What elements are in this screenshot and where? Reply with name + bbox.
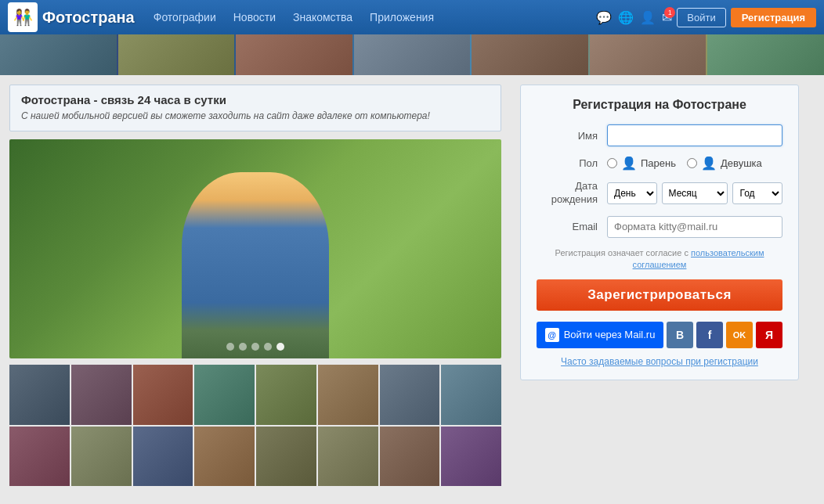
gender-male-icon: 👤 [621, 156, 637, 171]
name-row: Имя [537, 124, 782, 146]
photo-grid-row2 [9, 427, 501, 487]
grid-photo-13[interactable] [256, 427, 316, 487]
login-ok-button[interactable]: OK [726, 322, 753, 348]
vk-icon: В [676, 329, 684, 341]
dob-selects: День Месяц Год [607, 182, 782, 204]
slide-dot-3[interactable] [251, 343, 259, 351]
person-silhouette [9, 139, 501, 358]
grid-photo-7[interactable] [380, 365, 440, 425]
dob-day-select[interactable]: День [607, 182, 657, 204]
main-content: Фотострана - связь 24 часа в сутки С наш… [0, 75, 824, 495]
register-nav-button[interactable]: Регистрация [731, 8, 816, 27]
mail-icon[interactable]: ✉ 1 [662, 10, 672, 25]
faq-link[interactable]: Часто задаваемые вопросы при регистрации [561, 356, 758, 367]
mailru-icon: @ [545, 328, 559, 342]
gender-male-radio[interactable] [607, 158, 617, 168]
grid-photo-5[interactable] [256, 365, 316, 425]
email-input[interactable] [607, 216, 782, 238]
banner-photo-1 [0, 34, 117, 75]
dob-label: Дата рождения [537, 180, 607, 207]
dob-year-select[interactable]: Год [732, 182, 782, 204]
slide-dot-5[interactable] [276, 343, 284, 351]
grid-photo-14[interactable] [318, 427, 378, 487]
name-input[interactable] [607, 124, 782, 146]
slide-dot-1[interactable] [226, 343, 234, 351]
grid-photo-3[interactable] [133, 365, 193, 425]
slideshow-dots [226, 343, 284, 351]
gender-female-icon: 👤 [701, 156, 717, 171]
faq-section: Часто задаваемые вопросы при регистрации [537, 356, 782, 367]
banner-photo-5 [472, 34, 588, 75]
hero-banner [0, 34, 824, 75]
banner-photo-4 [354, 34, 471, 75]
dob-row: Дата рождения День Месяц Год [537, 180, 782, 207]
banner-photo-3 [236, 34, 352, 75]
ok-icon: OK [733, 330, 746, 340]
gender-female-label: Девушка [721, 157, 762, 169]
slide-dot-4[interactable] [264, 343, 272, 351]
logo-icon: 👫 [8, 2, 38, 32]
logo-text: Фотострана [42, 9, 135, 27]
grid-photo-1[interactable] [9, 365, 70, 425]
slideshow-image [9, 139, 501, 358]
login-ya-button[interactable]: Я [756, 322, 782, 348]
promo-title: Фотострана - связь 24 часа в сутки [21, 93, 490, 106]
logo-area: 👫 Фотострана [8, 2, 135, 32]
registration-box: Регистрация на Фотостране Имя Пол 👤 Паре… [520, 85, 799, 380]
grid-photo-4[interactable] [194, 365, 255, 425]
grid-photo-16[interactable] [441, 427, 501, 487]
login-mailru-button[interactable]: @ Войти через Mail.ru [537, 322, 663, 348]
slideshow [9, 139, 501, 358]
register-main-button[interactable]: Зарегистрироваться [537, 279, 782, 311]
social-login: @ Войти через Mail.ru В f OK Я [537, 322, 782, 348]
grid-photo-15[interactable] [380, 427, 440, 487]
dob-field-wrapper: День Месяц Год [607, 182, 782, 204]
dob-month-select[interactable]: Месяц [662, 182, 728, 204]
grid-photo-9[interactable] [9, 427, 70, 487]
grid-photo-12[interactable] [194, 427, 255, 487]
login-vk-button[interactable]: В [667, 322, 693, 348]
grid-photo-2[interactable] [71, 365, 132, 425]
slide-dot-2[interactable] [239, 343, 247, 351]
gender-row: Пол 👤 Парень 👤 Девушка [537, 156, 782, 171]
header-icons: 💬 🌐 👤 ✉ 1 [596, 10, 672, 25]
login-button[interactable]: Войти [677, 8, 725, 27]
agree-text: Регистрация означает согласие с пользова… [537, 247, 782, 272]
grid-photo-10[interactable] [71, 427, 132, 487]
reg-title: Регистрация на Фотостране [537, 98, 782, 112]
email-row: Email [537, 216, 782, 238]
gender-options: 👤 Парень 👤 Девушка [607, 156, 782, 171]
banner-photos [0, 34, 824, 75]
gender-male-label: Парень [641, 157, 676, 169]
gender-female-option[interactable]: 👤 Девушка [687, 156, 762, 171]
gender-male-option[interactable]: 👤 Парень [607, 156, 676, 171]
gender-field-wrapper: 👤 Парень 👤 Девушка [607, 156, 782, 171]
nav-link-news[interactable]: Новости [227, 8, 282, 27]
login-mailru-label: Войти через Mail.ru [564, 329, 656, 340]
banner-photo-6 [590, 34, 707, 75]
promo-box: Фотострана - связь 24 часа в сутки С наш… [9, 85, 501, 131]
left-panel: Фотострана - связь 24 часа в сутки С наш… [0, 75, 511, 495]
nav-link-photos[interactable]: Фотографии [147, 8, 222, 27]
email-field-wrapper [607, 216, 782, 238]
gender-female-radio[interactable] [687, 158, 697, 168]
name-label: Имя [537, 130, 607, 142]
nav-link-apps[interactable]: Приложения [363, 8, 440, 27]
nav-link-dating[interactable]: Знакомства [287, 8, 359, 27]
gender-label: Пол [537, 157, 607, 169]
name-field-wrapper [607, 124, 782, 146]
mail-badge: 1 [664, 7, 675, 18]
email-label: Email [537, 221, 607, 232]
grid-photo-6[interactable] [318, 365, 378, 425]
chat-icon[interactable]: 💬 [596, 10, 612, 25]
right-panel: Регистрация на Фотостране Имя Пол 👤 Паре… [511, 75, 808, 495]
globe-icon[interactable]: 🌐 [618, 10, 634, 25]
header: 👫 Фотострана Фотографии Новости Знакомст… [0, 0, 824, 34]
grid-photo-11[interactable] [133, 427, 193, 487]
login-fb-button[interactable]: f [696, 322, 723, 348]
banner-photo-2 [118, 34, 235, 75]
grid-photo-8[interactable] [441, 365, 501, 425]
person-icon[interactable]: 👤 [640, 10, 656, 25]
ya-icon: Я [765, 329, 773, 341]
promo-subtitle: С нашей мобильной версией вы сможете зах… [21, 110, 490, 123]
